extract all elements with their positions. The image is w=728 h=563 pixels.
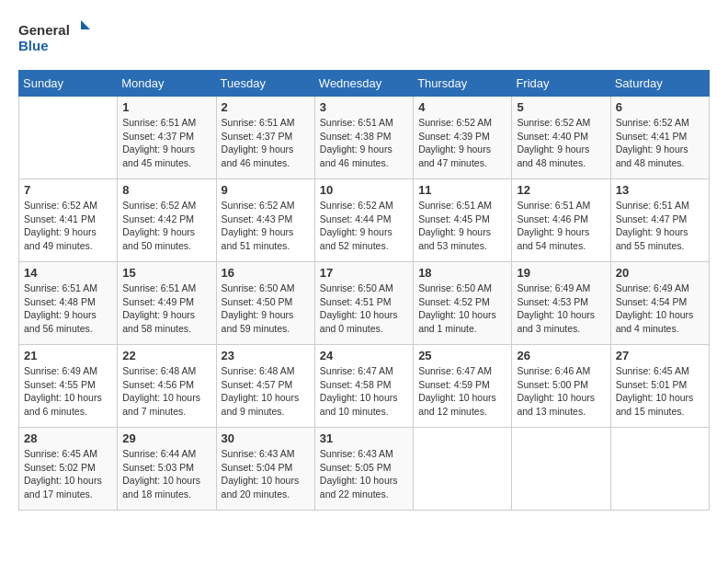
calendar-cell xyxy=(512,428,610,511)
day-detail: Sunrise: 6:51 AMSunset: 4:37 PMDaylight:… xyxy=(222,116,310,170)
day-number: 29 xyxy=(122,431,210,445)
day-detail: Sunrise: 6:51 AMSunset: 4:48 PMDaylight:… xyxy=(24,282,112,336)
svg-text:Blue: Blue xyxy=(18,38,49,53)
day-number: 27 xyxy=(616,349,704,362)
day-number: 22 xyxy=(122,349,210,362)
calendar-cell: 22Sunrise: 6:48 AMSunset: 4:56 PMDayligh… xyxy=(118,345,216,428)
calendar-cell xyxy=(414,428,512,511)
day-detail: Sunrise: 6:48 AMSunset: 4:56 PMDaylight:… xyxy=(122,364,210,419)
week-row-5: 28Sunrise: 6:45 AMSunset: 5:02 PMDayligh… xyxy=(19,428,710,511)
day-number: 1 xyxy=(122,100,210,114)
day-number: 17 xyxy=(320,266,408,280)
day-number: 8 xyxy=(122,183,210,197)
day-number: 12 xyxy=(517,183,605,197)
header-friday: Friday xyxy=(512,71,610,97)
day-detail: Sunrise: 6:43 AMSunset: 5:04 PMDaylight:… xyxy=(222,447,310,501)
calendar-cell: 7Sunrise: 6:52 AMSunset: 4:41 PMDaylight… xyxy=(19,179,118,262)
calendar-cell: 16Sunrise: 6:50 AMSunset: 4:50 PMDayligh… xyxy=(216,262,314,345)
day-detail: Sunrise: 6:51 AMSunset: 4:37 PMDaylight:… xyxy=(122,116,210,170)
calendar-cell: 27Sunrise: 6:45 AMSunset: 5:01 PMDayligh… xyxy=(610,345,709,428)
day-number: 25 xyxy=(418,349,506,362)
calendar-cell: 15Sunrise: 6:51 AMSunset: 4:49 PMDayligh… xyxy=(118,262,216,345)
day-detail: Sunrise: 6:49 AMSunset: 4:53 PMDaylight:… xyxy=(517,282,605,336)
header-sunday: Sunday xyxy=(19,71,118,97)
day-detail: Sunrise: 6:52 AMSunset: 4:41 PMDaylight:… xyxy=(24,199,112,253)
day-number: 10 xyxy=(320,183,408,197)
calendar-cell: 5Sunrise: 6:52 AMSunset: 4:40 PMDaylight… xyxy=(512,97,610,179)
day-number: 21 xyxy=(24,349,112,362)
day-detail: Sunrise: 6:48 AMSunset: 4:57 PMDaylight:… xyxy=(222,364,310,419)
day-number: 24 xyxy=(320,349,408,362)
calendar-cell: 10Sunrise: 6:52 AMSunset: 4:44 PMDayligh… xyxy=(314,179,413,262)
calendar-cell: 3Sunrise: 6:51 AMSunset: 4:38 PMDaylight… xyxy=(314,97,413,179)
day-detail: Sunrise: 6:51 AMSunset: 4:38 PMDaylight:… xyxy=(320,116,408,170)
calendar-cell: 18Sunrise: 6:50 AMSunset: 4:52 PMDayligh… xyxy=(414,262,512,345)
day-number: 4 xyxy=(418,100,506,114)
header-wednesday: Wednesday xyxy=(314,71,413,97)
calendar-cell: 8Sunrise: 6:52 AMSunset: 4:42 PMDaylight… xyxy=(118,179,216,262)
day-detail: Sunrise: 6:47 AMSunset: 4:59 PMDaylight:… xyxy=(418,364,506,419)
calendar-cell: 14Sunrise: 6:51 AMSunset: 4:48 PMDayligh… xyxy=(19,262,118,345)
day-detail: Sunrise: 6:44 AMSunset: 5:03 PMDaylight:… xyxy=(122,447,210,501)
day-detail: Sunrise: 6:50 AMSunset: 4:52 PMDaylight:… xyxy=(418,282,506,336)
day-detail: Sunrise: 6:47 AMSunset: 4:58 PMDaylight:… xyxy=(320,364,408,419)
day-number: 15 xyxy=(122,266,210,280)
day-detail: Sunrise: 6:50 AMSunset: 4:51 PMDaylight:… xyxy=(320,282,408,336)
calendar-cell: 31Sunrise: 6:43 AMSunset: 5:05 PMDayligh… xyxy=(314,428,413,511)
day-detail: Sunrise: 6:50 AMSunset: 4:50 PMDaylight:… xyxy=(222,282,310,336)
day-number: 7 xyxy=(24,183,112,197)
day-number: 3 xyxy=(320,100,408,114)
day-detail: Sunrise: 6:52 AMSunset: 4:42 PMDaylight:… xyxy=(122,199,210,253)
day-detail: Sunrise: 6:52 AMSunset: 4:40 PMDaylight:… xyxy=(517,116,605,170)
day-detail: Sunrise: 6:43 AMSunset: 5:05 PMDaylight:… xyxy=(320,447,408,501)
day-number: 31 xyxy=(320,431,408,445)
header-saturday: Saturday xyxy=(610,71,709,97)
calendar-cell: 2Sunrise: 6:51 AMSunset: 4:37 PMDaylight… xyxy=(216,97,314,179)
day-detail: Sunrise: 6:51 AMSunset: 4:45 PMDaylight:… xyxy=(418,199,506,253)
days-header-row: SundayMondayTuesdayWednesdayThursdayFrid… xyxy=(19,71,710,97)
day-number: 20 xyxy=(616,266,704,280)
day-detail: Sunrise: 6:52 AMSunset: 4:39 PMDaylight:… xyxy=(418,116,506,170)
day-detail: Sunrise: 6:52 AMSunset: 4:43 PMDaylight:… xyxy=(222,199,310,253)
svg-marker-1 xyxy=(81,20,90,29)
day-detail: Sunrise: 6:52 AMSunset: 4:44 PMDaylight:… xyxy=(320,199,408,253)
day-number: 14 xyxy=(24,266,112,280)
calendar-cell: 23Sunrise: 6:48 AMSunset: 4:57 PMDayligh… xyxy=(216,345,314,428)
calendar-cell: 9Sunrise: 6:52 AMSunset: 4:43 PMDaylight… xyxy=(216,179,314,262)
calendar-cell: 29Sunrise: 6:44 AMSunset: 5:03 PMDayligh… xyxy=(118,428,216,511)
logo: GeneralBlue xyxy=(18,18,92,55)
calendar-cell: 17Sunrise: 6:50 AMSunset: 4:51 PMDayligh… xyxy=(314,262,413,345)
day-number: 5 xyxy=(517,100,605,114)
calendar-cell: 4Sunrise: 6:52 AMSunset: 4:39 PMDaylight… xyxy=(414,97,512,179)
week-row-1: 1Sunrise: 6:51 AMSunset: 4:37 PMDaylight… xyxy=(19,97,710,179)
week-row-4: 21Sunrise: 6:49 AMSunset: 4:55 PMDayligh… xyxy=(19,345,710,428)
day-number: 11 xyxy=(418,183,506,197)
day-detail: Sunrise: 6:51 AMSunset: 4:46 PMDaylight:… xyxy=(517,199,605,253)
week-row-2: 7Sunrise: 6:52 AMSunset: 4:41 PMDaylight… xyxy=(19,179,710,262)
logo-svg: GeneralBlue xyxy=(18,18,92,55)
day-number: 19 xyxy=(517,266,605,280)
day-number: 26 xyxy=(517,349,605,362)
day-number: 23 xyxy=(222,349,310,362)
calendar-cell xyxy=(19,97,118,179)
calendar-cell: 21Sunrise: 6:49 AMSunset: 4:55 PMDayligh… xyxy=(19,345,118,428)
day-detail: Sunrise: 6:49 AMSunset: 4:55 PMDaylight:… xyxy=(24,364,112,419)
calendar-cell: 20Sunrise: 6:49 AMSunset: 4:54 PMDayligh… xyxy=(610,262,709,345)
calendar-cell: 24Sunrise: 6:47 AMSunset: 4:58 PMDayligh… xyxy=(314,345,413,428)
week-row-3: 14Sunrise: 6:51 AMSunset: 4:48 PMDayligh… xyxy=(19,262,710,345)
calendar-cell: 1Sunrise: 6:51 AMSunset: 4:37 PMDaylight… xyxy=(118,97,216,179)
page-header: GeneralBlue xyxy=(18,18,710,55)
calendar-cell: 6Sunrise: 6:52 AMSunset: 4:41 PMDaylight… xyxy=(610,97,709,179)
calendar-cell: 30Sunrise: 6:43 AMSunset: 5:04 PMDayligh… xyxy=(216,428,314,511)
day-detail: Sunrise: 6:51 AMSunset: 4:49 PMDaylight:… xyxy=(122,282,210,336)
calendar-cell: 11Sunrise: 6:51 AMSunset: 4:45 PMDayligh… xyxy=(414,179,512,262)
calendar-cell xyxy=(610,428,709,511)
calendar-cell: 19Sunrise: 6:49 AMSunset: 4:53 PMDayligh… xyxy=(512,262,610,345)
day-detail: Sunrise: 6:52 AMSunset: 4:41 PMDaylight:… xyxy=(616,116,704,170)
day-number: 28 xyxy=(24,431,112,445)
header-thursday: Thursday xyxy=(414,71,512,97)
day-number: 18 xyxy=(418,266,506,280)
calendar-table: SundayMondayTuesdayWednesdayThursdayFrid… xyxy=(18,70,710,511)
calendar-cell: 12Sunrise: 6:51 AMSunset: 4:46 PMDayligh… xyxy=(512,179,610,262)
day-detail: Sunrise: 6:51 AMSunset: 4:47 PMDaylight:… xyxy=(616,199,704,253)
